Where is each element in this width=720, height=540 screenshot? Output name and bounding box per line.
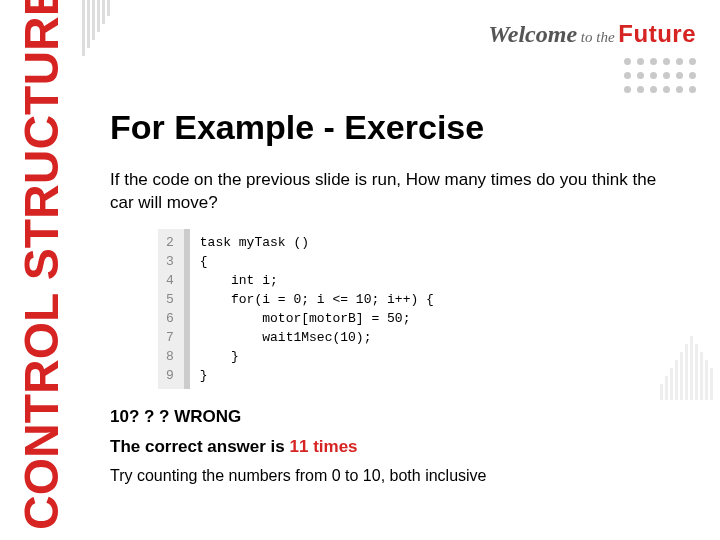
- answer-value: 11 times: [290, 437, 358, 456]
- line-number: 4: [166, 271, 174, 290]
- welcome-future: Future: [618, 20, 696, 47]
- line-number: 5: [166, 290, 174, 309]
- line-number: 2: [166, 233, 174, 252]
- line-number: 6: [166, 309, 174, 328]
- welcome-word: Welcome: [488, 21, 577, 47]
- code-gutter: 2 3 4 5 6 7 8 9: [158, 229, 190, 389]
- code-line: }: [200, 366, 434, 385]
- page-title: For Example - Exercise: [110, 108, 696, 147]
- question-text: If the code on the previous slide is run…: [110, 169, 670, 215]
- content: For Example - Exercise If the code on th…: [110, 108, 696, 491]
- line-number: 7: [166, 328, 174, 347]
- code-line: }: [200, 347, 434, 366]
- slide: CONTROL STRUCTURES Welcome to the Future…: [0, 0, 720, 540]
- dot-grid-icon: [396, 58, 696, 96]
- code-line: task myTask (): [200, 233, 434, 252]
- answer-prefix: The correct answer is: [110, 437, 290, 456]
- code-line: int i;: [200, 271, 434, 290]
- sidebar-title: CONTROL STRUCTURES: [18, 0, 90, 530]
- code-block: 2 3 4 5 6 7 8 9 task myTask () { int i; …: [158, 229, 696, 389]
- welcome-to: to the: [577, 29, 618, 45]
- hint-text: Try counting the numbers from 0 to 10, b…: [110, 467, 696, 485]
- line-number: 9: [166, 366, 174, 385]
- code-line: for(i = 0; i <= 10; i++) {: [200, 290, 434, 309]
- code-line: motor[motorB] = 50;: [200, 309, 434, 328]
- code-line: {: [200, 252, 434, 271]
- answer-text: The correct answer is 11 times: [110, 437, 696, 457]
- line-number: 8: [166, 347, 174, 366]
- code-body: task myTask () { int i; for(i = 0; i <= …: [190, 229, 444, 389]
- wrong-text: 10? ? ? WRONG: [110, 407, 696, 427]
- header-logo: Welcome to the Future: [396, 20, 696, 100]
- line-number: 3: [166, 252, 174, 271]
- code-line: wait1Msec(10);: [200, 328, 434, 347]
